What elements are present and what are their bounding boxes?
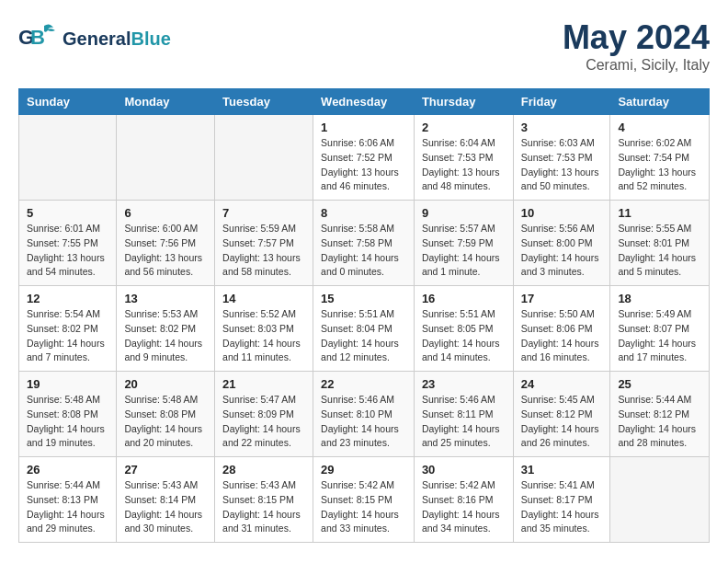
day-number: 31 (521, 463, 603, 477)
week-row-2: 5Sunrise: 6:01 AMSunset: 7:55 PMDaylight… (19, 201, 710, 286)
calendar-cell: 31Sunrise: 5:41 AMSunset: 8:17 PMDayligh… (513, 457, 610, 543)
day-number: 26 (27, 463, 108, 477)
calendar-cell: 3Sunrise: 6:03 AMSunset: 7:53 PMDaylight… (513, 115, 610, 201)
day-number: 6 (124, 206, 207, 220)
day-number: 29 (321, 463, 406, 477)
svg-text:B: B (30, 26, 45, 49)
calendar-cell (117, 115, 215, 201)
day-number: 4 (618, 121, 701, 134)
day-number: 5 (27, 206, 108, 220)
day-info: Sunrise: 5:52 AMSunset: 8:03 PMDaylight:… (222, 307, 305, 365)
day-info: Sunrise: 5:47 AMSunset: 8:09 PMDaylight:… (222, 393, 305, 451)
calendar-cell: 5Sunrise: 6:01 AMSunset: 7:55 PMDaylight… (19, 201, 117, 286)
title-block: May 2024 Cerami, Sicily, Italy (563, 18, 710, 74)
calendar-cell: 1Sunrise: 6:06 AMSunset: 7:52 PMDaylight… (313, 115, 415, 201)
day-info: Sunrise: 5:46 AMSunset: 8:10 PMDaylight:… (321, 393, 406, 451)
day-info: Sunrise: 5:57 AMSunset: 7:59 PMDaylight:… (422, 222, 506, 280)
week-row-4: 19Sunrise: 5:48 AMSunset: 8:08 PMDayligh… (19, 372, 710, 457)
month-year: May 2024 (563, 18, 710, 57)
calendar-table: SundayMondayTuesdayWednesdayThursdayFrid… (18, 88, 710, 543)
week-row-3: 12Sunrise: 5:54 AMSunset: 8:02 PMDayligh… (19, 286, 710, 372)
day-info: Sunrise: 5:46 AMSunset: 8:11 PMDaylight:… (422, 393, 506, 451)
day-info: Sunrise: 5:59 AMSunset: 7:57 PMDaylight:… (222, 222, 305, 280)
day-number: 3 (521, 121, 603, 134)
day-header-saturday: Saturday (610, 89, 710, 115)
day-number: 28 (222, 463, 305, 477)
day-info: Sunrise: 6:06 AMSunset: 7:52 PMDaylight:… (321, 136, 406, 194)
day-number: 1 (321, 121, 406, 134)
day-info: Sunrise: 5:44 AMSunset: 8:13 PMDaylight:… (27, 478, 108, 536)
calendar-cell: 23Sunrise: 5:46 AMSunset: 8:11 PMDayligh… (414, 372, 513, 457)
calendar-cell: 2Sunrise: 6:04 AMSunset: 7:53 PMDaylight… (414, 115, 513, 201)
calendar-cell: 4Sunrise: 6:02 AMSunset: 7:54 PMDaylight… (610, 115, 710, 201)
calendar-cell (215, 115, 313, 201)
location: Cerami, Sicily, Italy (563, 57, 710, 74)
calendar-cell: 18Sunrise: 5:49 AMSunset: 8:07 PMDayligh… (610, 286, 710, 372)
day-info: Sunrise: 5:58 AMSunset: 7:58 PMDaylight:… (321, 222, 406, 280)
day-info: Sunrise: 5:42 AMSunset: 8:16 PMDaylight:… (422, 478, 506, 536)
day-number: 18 (618, 292, 701, 305)
day-info: Sunrise: 5:48 AMSunset: 8:08 PMDaylight:… (27, 393, 108, 451)
calendar-cell: 21Sunrise: 5:47 AMSunset: 8:09 PMDayligh… (215, 372, 313, 457)
calendar-cell: 26Sunrise: 5:44 AMSunset: 8:13 PMDayligh… (19, 457, 117, 543)
day-info: Sunrise: 5:53 AMSunset: 8:02 PMDaylight:… (124, 307, 207, 365)
day-info: Sunrise: 5:45 AMSunset: 8:12 PMDaylight:… (521, 393, 603, 451)
day-number: 10 (521, 206, 603, 220)
calendar-cell: 16Sunrise: 5:51 AMSunset: 8:05 PMDayligh… (414, 286, 513, 372)
day-number: 25 (618, 377, 701, 391)
calendar-cell (610, 457, 710, 543)
calendar-cell: 22Sunrise: 5:46 AMSunset: 8:10 PMDayligh… (313, 372, 415, 457)
calendar-cell: 10Sunrise: 5:56 AMSunset: 8:00 PMDayligh… (513, 201, 610, 286)
day-number: 11 (618, 206, 701, 220)
calendar-cell: 13Sunrise: 5:53 AMSunset: 8:02 PMDayligh… (117, 286, 215, 372)
calendar-cell: 24Sunrise: 5:45 AMSunset: 8:12 PMDayligh… (513, 372, 610, 457)
calendar-cell (19, 115, 117, 201)
day-number: 7 (222, 206, 305, 220)
calendar-cell: 17Sunrise: 5:50 AMSunset: 8:06 PMDayligh… (513, 286, 610, 372)
logo-general: General (63, 29, 131, 49)
day-info: Sunrise: 6:01 AMSunset: 7:55 PMDaylight:… (27, 222, 108, 280)
day-info: Sunrise: 5:55 AMSunset: 8:01 PMDaylight:… (618, 222, 701, 280)
day-number: 15 (321, 292, 406, 305)
day-header-monday: Monday (117, 89, 215, 115)
calendar-cell: 19Sunrise: 5:48 AMSunset: 8:08 PMDayligh… (19, 372, 117, 457)
day-header-sunday: Sunday (19, 89, 117, 115)
day-number: 23 (422, 377, 506, 391)
day-info: Sunrise: 5:41 AMSunset: 8:17 PMDaylight:… (521, 478, 603, 536)
day-info: Sunrise: 5:51 AMSunset: 8:04 PMDaylight:… (321, 307, 406, 365)
day-info: Sunrise: 5:51 AMSunset: 8:05 PMDaylight:… (422, 307, 506, 365)
day-number: 14 (222, 292, 305, 305)
day-number: 19 (27, 377, 108, 391)
day-info: Sunrise: 6:04 AMSunset: 7:53 PMDaylight:… (422, 136, 506, 194)
day-info: Sunrise: 5:43 AMSunset: 8:14 PMDaylight:… (124, 478, 207, 536)
day-number: 21 (222, 377, 305, 391)
day-info: Sunrise: 6:00 AMSunset: 7:56 PMDaylight:… (124, 222, 207, 280)
day-number: 16 (422, 292, 506, 305)
logo: G B GeneralBlue (18, 18, 171, 59)
day-number: 20 (124, 377, 207, 391)
week-row-1: 1Sunrise: 6:06 AMSunset: 7:52 PMDaylight… (19, 115, 710, 201)
day-info: Sunrise: 6:03 AMSunset: 7:53 PMDaylight:… (521, 136, 603, 194)
day-number: 12 (27, 292, 108, 305)
day-number: 24 (521, 377, 603, 391)
logo-blue: Blue (131, 29, 170, 49)
day-info: Sunrise: 5:42 AMSunset: 8:15 PMDaylight:… (321, 478, 406, 536)
day-number: 13 (124, 292, 207, 305)
calendar-cell: 8Sunrise: 5:58 AMSunset: 7:58 PMDaylight… (313, 201, 415, 286)
day-header-friday: Friday (513, 89, 610, 115)
day-number: 27 (124, 463, 207, 477)
day-header-wednesday: Wednesday (313, 89, 415, 115)
day-info: Sunrise: 5:44 AMSunset: 8:12 PMDaylight:… (618, 393, 701, 451)
day-number: 9 (422, 206, 506, 220)
day-header-thursday: Thursday (414, 89, 513, 115)
calendar-cell: 7Sunrise: 5:59 AMSunset: 7:57 PMDaylight… (215, 201, 313, 286)
day-number: 17 (521, 292, 603, 305)
day-number: 22 (321, 377, 406, 391)
page-header: G B GeneralBlue May 2024 Cerami, Sicily,… (18, 18, 710, 74)
day-info: Sunrise: 5:49 AMSunset: 8:07 PMDaylight:… (618, 307, 701, 365)
calendar-cell: 30Sunrise: 5:42 AMSunset: 8:16 PMDayligh… (414, 457, 513, 543)
calendar-cell: 11Sunrise: 5:55 AMSunset: 8:01 PMDayligh… (610, 201, 710, 286)
day-number: 30 (422, 463, 506, 477)
calendar-cell: 15Sunrise: 5:51 AMSunset: 8:04 PMDayligh… (313, 286, 415, 372)
day-number: 8 (321, 206, 406, 220)
